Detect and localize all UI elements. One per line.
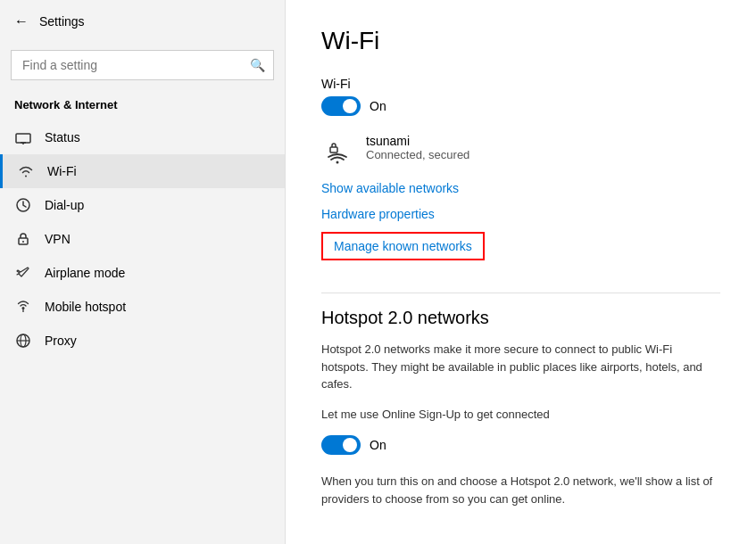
svg-point-5 [22,241,24,243]
hotspot-section-title: Hotspot 2.0 networks [321,308,720,328]
show-networks-link[interactable]: Show available networks [321,181,459,195]
wifi-toggle-container: On [321,96,720,116]
sidebar-item-airplane[interactable]: Airplane mode [0,256,285,290]
sidebar-item-wifi-label: Wi-Fi [47,164,77,178]
airplane-icon [14,265,32,281]
sidebar-nav: Status Wi-Fi Dial-up [0,120,285,358]
manage-known-networks-button[interactable]: Manage known networks [321,232,485,260]
sidebar-item-airplane-label: Airplane mode [45,266,125,280]
hotspot-description: Hotspot 2.0 networks make it more secure… [321,341,720,393]
wifi-toggle[interactable] [321,96,361,116]
network-status: Connected, secured [366,148,469,161]
sidebar-item-proxy[interactable]: Proxy [0,324,285,358]
wifi-section-label: Wi-Fi [321,77,720,91]
sidebar-item-hotspot-label: Mobile hotspot [45,300,126,314]
vpn-icon [14,231,32,247]
sidebar-item-dialup-label: Dial-up [45,198,84,212]
status-icon [14,129,32,145]
hotspot-toggle-label: On [370,438,386,452]
hotspot-footer-text: When you turn this on and choose a Hotsp… [321,473,720,507]
main-content: Wi-Fi Wi-Fi On tsunami Connected, secure… [286,0,756,544]
hotspot-toggle-container: On [321,435,720,455]
search-box: 🔍 [11,50,274,80]
page-title: Wi-Fi [321,27,720,55]
section-divider [321,293,720,293]
network-icon-container [321,134,353,166]
hardware-properties-link[interactable]: Hardware properties [321,207,435,221]
sidebar-item-hotspot[interactable]: Mobile hotspot [0,290,285,324]
sidebar-header: ← Settings [0,0,285,43]
connected-network-info: tsunami Connected, secured [321,134,720,166]
hotspot-toggle[interactable] [321,435,361,455]
search-icon: 🔍 [250,58,265,72]
sidebar: ← Settings 🔍 Network & Internet Status [0,0,286,544]
sidebar-item-dialup[interactable]: Dial-up [0,188,285,222]
network-details: tsunami Connected, secured [366,134,469,161]
back-icon: ← [14,13,29,29]
search-input[interactable] [11,50,274,80]
sidebar-item-proxy-label: Proxy [45,334,77,348]
sidebar-item-status-label: Status [45,130,80,144]
dialup-icon [14,197,32,213]
settings-title: Settings [39,14,85,29]
sidebar-item-status[interactable]: Status [0,120,285,154]
network-icon [321,134,353,166]
hotspot-signup-label: Let me use Online Sign-Up to get connect… [321,406,720,424]
svg-rect-10 [330,147,337,152]
wifi-toggle-label: On [370,99,386,113]
sidebar-section-title: Network & Internet [0,91,285,120]
wifi-icon [17,163,35,179]
sidebar-item-wifi[interactable]: Wi-Fi [0,154,285,188]
network-name: tsunami [366,134,469,148]
proxy-icon [14,333,32,349]
svg-point-11 [336,161,339,164]
mobile-hotspot-icon [14,299,32,315]
back-button[interactable]: ← [14,13,29,29]
sidebar-item-vpn[interactable]: VPN [0,222,285,256]
sidebar-item-vpn-label: VPN [45,232,71,246]
svg-rect-0 [16,134,30,143]
